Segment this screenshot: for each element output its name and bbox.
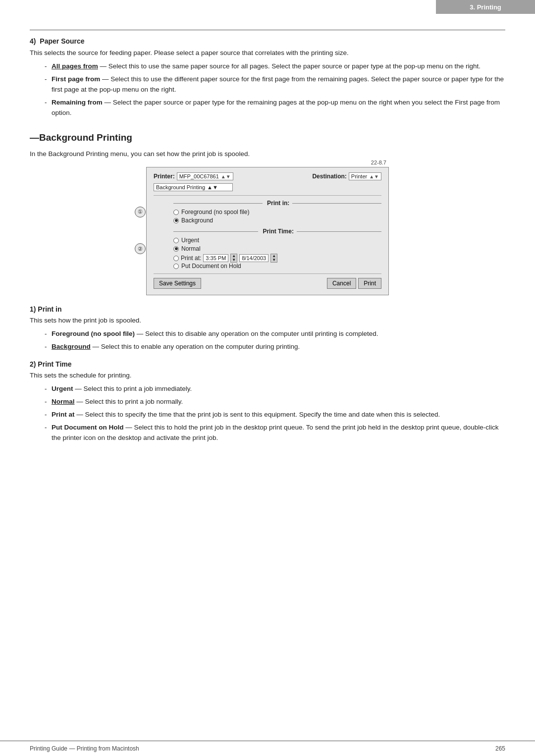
paper-source-section: 4) Paper Source This selects the source … [30, 37, 505, 118]
paper-source-bullets: All pages from — Select this to use the … [30, 61, 505, 118]
print-in-num-heading: 1) Print in [30, 305, 505, 313]
footer-left: Printing Guide — Printing from Macintosh [30, 745, 139, 752]
print-in-body: This sets how the print job is spooled. [30, 316, 505, 326]
cancel-button[interactable]: Cancel [327, 278, 356, 289]
main-content: 4) Paper Source This selects the source … [30, 37, 505, 451]
print-in-description: 1) Print in This sets how the print job … [30, 305, 505, 352]
header-label: 3. Printing [470, 3, 501, 11]
background-bullet: Background — Select this to enable any o… [45, 342, 505, 352]
printer-select[interactable]: MFP_00C67861 ▲▼ [177, 172, 233, 180]
normal-radio-circle [173, 246, 179, 252]
normal-bullet: Normal — Select this to print a job norm… [45, 397, 505, 407]
destination-label: Destination: [312, 173, 346, 180]
bullet-remaining: Remaining from — Select the paper source… [45, 98, 505, 118]
printer-row: Printer: MFP_00C67861 ▲▼ Destination: Pr… [154, 172, 381, 180]
bullet-first-page: First page from — Select this to use the… [45, 74, 505, 95]
background-radio-circle [173, 218, 179, 223]
dialog-btn-group: Cancel Print [327, 278, 381, 289]
footer-divider [154, 273, 381, 274]
urgent-radio-circle [173, 238, 179, 243]
hold-bullet: Put Document on Hold — Select this to ho… [45, 423, 505, 443]
destination-arrow-icon: ▲▼ [369, 174, 379, 179]
top-rule [30, 30, 505, 30]
print-time-num-heading: 2) Print Time [30, 360, 505, 368]
print-in-block: ① Print in: Foreground (no spool file) B… [154, 200, 381, 224]
header-bar: 3. Printing [436, 0, 535, 14]
print-time-sep: Print Time: [173, 228, 381, 235]
save-settings-button[interactable]: Save Settings [154, 278, 201, 289]
urgent-radio[interactable]: Urgent [173, 237, 381, 244]
printer-label: Printer: [154, 173, 175, 180]
print-in-sep: Print in: [173, 200, 381, 207]
page-footer: Printing Guide — Printing from Macintosh… [0, 741, 535, 756]
print-time-bullets: Urgent — Select this to print a job imme… [30, 384, 505, 443]
footer-page: 265 [495, 745, 505, 752]
print-at-bullet: Print at — Select this to specify the ti… [45, 410, 505, 420]
foreground-bullet: Foreground (no spool file) — Select this… [45, 329, 505, 339]
bg-print-intro: In the Background Printing menu, you can… [30, 149, 505, 160]
date-down-icon[interactable]: ▼ [271, 258, 277, 262]
dialog-top-label: 22-8.7 [371, 160, 386, 165]
print-in-bullets: Foreground (no spool file) — Select this… [30, 329, 505, 352]
print-time-block: ② Print Time: Urgent Normal Print at: [154, 228, 381, 270]
printer-arrow-icon: ▲▼ [221, 174, 231, 179]
bullet-all-pages: All pages from — Select this to use the … [45, 61, 505, 72]
background-radio[interactable]: Background [173, 217, 381, 224]
dialog-footer: Save Settings Cancel Print [154, 278, 381, 289]
destination-select[interactable]: Printer ▲▼ [349, 172, 381, 180]
bg-print-select[interactable]: Background Printing ▲▼ [154, 183, 233, 191]
print-time-description: 2) Print Time This sets the schedule for… [30, 360, 505, 443]
circle-1: ① [135, 207, 146, 217]
date-field[interactable]: 8/14/2003 [239, 254, 268, 262]
time-field[interactable]: 3:35 PM [203, 254, 228, 262]
foreground-radio-circle [173, 210, 179, 215]
bg-print-arrow-icon: ▲▼ [207, 184, 218, 190]
dialog-wrapper: 22-8.7 Printer: MFP_00C67861 ▲▼ Destinat… [30, 167, 505, 295]
print-in-label: Print in: [266, 200, 290, 207]
time-down-icon[interactable]: ▼ [231, 258, 237, 262]
foreground-radio[interactable]: Foreground (no spool file) [173, 209, 381, 216]
print-button[interactable]: Print [358, 278, 381, 289]
bg-print-heading: Background Printing [30, 132, 505, 143]
print-at-radio-circle [173, 256, 179, 261]
hold-radio-circle [173, 264, 179, 269]
print-time-label: Print Time: [261, 228, 294, 235]
paper-source-heading: 4) Paper Source [30, 37, 505, 45]
print-at-row: Print at: 3:35 PM ▲ ▼ 8/14/2003 ▲ ▼ [173, 254, 381, 263]
urgent-bullet: Urgent — Select this to print a job imme… [45, 384, 505, 394]
hold-radio[interactable]: Put Document on Hold [173, 263, 381, 270]
print-dialog: 22-8.7 Printer: MFP_00C67861 ▲▼ Destinat… [146, 167, 389, 295]
time-stepper[interactable]: ▲ ▼ [230, 254, 237, 263]
bg-printing-row: Background Printing ▲▼ [154, 183, 381, 191]
paper-source-body: This selects the source for feeding pape… [30, 48, 505, 58]
circle-2: ② [135, 243, 146, 254]
dialog-divider [154, 195, 381, 196]
normal-radio[interactable]: Normal [173, 245, 381, 252]
date-stepper[interactable]: ▲ ▼ [270, 254, 277, 263]
print-time-body: This sets the schedule for printing. [30, 371, 505, 381]
